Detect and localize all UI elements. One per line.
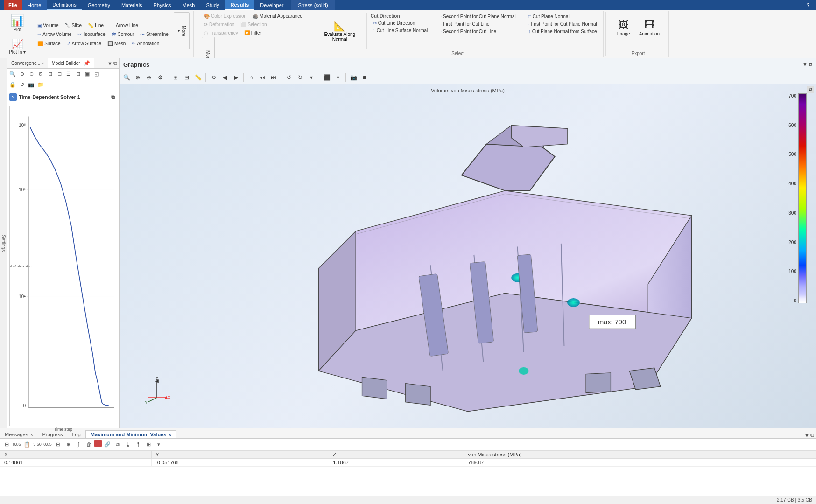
help-button[interactable]: ?: [804, 1, 812, 9]
streamline-btn[interactable]: 〜 Streamline: [138, 30, 171, 39]
btm-table-btn[interactable]: ⊞: [2, 440, 11, 449]
bottom-collapse-btn[interactable]: ▼: [804, 433, 809, 438]
plot-button[interactable]: 📊 Plot: [6, 12, 29, 35]
transparency-btn[interactable]: ◌ Transparency: [202, 29, 240, 36]
bottom-detach-btn[interactable]: ⧉: [810, 432, 814, 438]
results-tab[interactable]: Results: [225, 0, 255, 10]
btm-export-btn[interactable]: ⭱: [134, 440, 143, 449]
convergence-tab-close[interactable]: ×: [42, 61, 44, 66]
gfx-next[interactable]: ▶: [231, 72, 241, 83]
tree-collapse-btn[interactable]: ⊟: [55, 70, 63, 78]
viewport-expand-btn[interactable]: ⧉: [807, 86, 814, 93]
tree-expand-btn[interactable]: ⊞: [46, 70, 54, 78]
module-tab[interactable]: Stress (solid): [291, 0, 335, 10]
btm-import-btn[interactable]: ⭳: [123, 440, 133, 449]
volume-btn[interactable]: ▣ Volume: [35, 22, 61, 29]
cut-plane-normal-from-surface-btn[interactable]: ↑ Cut Plane Normal from Surface: [526, 28, 599, 35]
btm-copy-btn[interactable]: ⧉: [113, 440, 122, 449]
gfx-view-select[interactable]: ⬛: [322, 72, 332, 83]
btm-delete-btn[interactable]: 🗑: [84, 440, 93, 449]
contour-btn[interactable]: 🗺 Contour: [109, 31, 137, 38]
gfx-home[interactable]: ⌂: [246, 72, 256, 83]
file-tab[interactable]: File: [4, 0, 22, 10]
btm-curve-btn[interactable]: ∫: [74, 440, 83, 449]
deformation-btn[interactable]: ⟳ Deformation: [202, 21, 237, 28]
settings-btn[interactable]: ⚙: [36, 70, 45, 78]
second-pt-cut-line-btn[interactable]: · Second Point for Cut Line: [438, 28, 518, 35]
refresh-btn[interactable]: ↺: [18, 80, 26, 89]
gfx-view-dropdown[interactable]: ▾: [333, 72, 343, 83]
evaluate-along-normal-btn[interactable]: 📐 Evaluate Along Normal: [317, 12, 363, 50]
study-tab[interactable]: Study: [200, 0, 225, 10]
view-options-btn[interactable]: ◱: [92, 70, 101, 78]
model-builder-tab[interactable]: Model Builder 📌: [48, 58, 94, 68]
cut-line-direction-btn[interactable]: ✂ Cut Line Direction: [371, 20, 430, 27]
filter-btn[interactable]: 🔽 Filter: [242, 29, 264, 36]
arrow-line-btn[interactable]: → Arrow Line: [107, 22, 141, 29]
gfx-zoom-reset[interactable]: 🔍: [121, 72, 132, 83]
btm-085-btn[interactable]: 0.85: [43, 440, 52, 449]
gfx-grid[interactable]: ⊞: [170, 72, 181, 83]
physics-tab[interactable]: Physics: [148, 0, 177, 10]
annotation-btn[interactable]: ✏ Annotation: [129, 40, 162, 47]
gfx-settings[interactable]: ⚙: [155, 72, 165, 83]
gfx-first[interactable]: ⏮: [257, 72, 267, 83]
lock-btn[interactable]: 🔒: [8, 80, 17, 89]
zoom-in-btn[interactable]: ⊕: [18, 70, 26, 78]
btm-more-btn[interactable]: ▾: [154, 440, 163, 449]
settings-sidebar[interactable]: Settings: [0, 58, 7, 428]
more-plots-btn[interactable]: More ▾: [174, 12, 190, 49]
plot-in-button[interactable]: 📈 Plot In ▾: [6, 36, 29, 56]
btm-chain-btn[interactable]: 🔗: [103, 440, 112, 449]
first-pt-cut-plane-normal-btn[interactable]: · First Point for Cut Plane Normal: [526, 21, 599, 28]
gfx-refresh-arrow[interactable]: ↻: [295, 72, 305, 83]
home-tab[interactable]: Home: [22, 0, 47, 10]
materials-tab[interactable]: Materials: [116, 0, 148, 10]
gfx-dropdown[interactable]: ▾: [306, 72, 317, 83]
convergence-tab[interactable]: Convergenc... ×: [7, 58, 48, 68]
cut-plane-normal-btn[interactable]: □ Cut Plane Normal: [526, 13, 599, 20]
first-pt-cut-line-btn[interactable]: · First Point for Cut Line: [438, 21, 518, 28]
btm-select-btn[interactable]: ⊕: [63, 440, 73, 449]
animation-export-btn[interactable]: 🎞 Animation: [636, 17, 663, 45]
geometry-tab[interactable]: Geometry: [82, 0, 116, 10]
folder-btn[interactable]: 📁: [36, 80, 45, 89]
line-btn[interactable]: 📏 Line: [85, 22, 106, 29]
arrow-surface-btn[interactable]: ↗ Arrow Surface: [64, 40, 104, 47]
graphics-viewport[interactable]: Volume: von Mises stress (MPa): [120, 84, 816, 428]
mesh-btn[interactable]: 🔲 Mesh: [105, 40, 128, 47]
btm-red-btn[interactable]: [94, 440, 102, 447]
second-pt-cut-plane-normal-btn[interactable]: · Second Point for Cut Plane Normal: [438, 13, 518, 20]
gfx-zoom-in[interactable]: ⊕: [133, 72, 143, 83]
btm-85-btn[interactable]: 8.85: [12, 440, 21, 449]
definitions-tab[interactable]: Definitions: [47, 0, 82, 10]
panel-collapse-icon[interactable]: ▼: [802, 62, 808, 68]
list-view-btn[interactable]: ☰: [64, 70, 73, 78]
gfx-zoom-out[interactable]: ⊖: [144, 72, 154, 83]
grid-view-btn[interactable]: ⊞: [74, 70, 82, 78]
camera-btn[interactable]: 📷: [27, 80, 35, 89]
gfx-reset-view[interactable]: ⟲: [208, 72, 218, 83]
btm-table2-btn[interactable]: 📋: [22, 440, 32, 449]
gfx-record[interactable]: ⏺: [359, 72, 370, 83]
arrow-volume-btn[interactable]: ⇒ Arrow Volume: [35, 31, 74, 38]
developer-tab[interactable]: Developer: [254, 0, 289, 10]
zoom-reset-btn[interactable]: 🔍: [8, 70, 17, 78]
gfx-last[interactable]: ⏭: [268, 72, 279, 83]
solver-expand-btn[interactable]: ⧉: [109, 93, 117, 101]
zoom-out-btn[interactable]: ⊖: [27, 70, 35, 78]
btm-grid-btn[interactable]: ⊟: [53, 440, 63, 449]
messages-tab-close[interactable]: ×: [30, 433, 33, 437]
gfx-refresh[interactable]: ↺: [284, 72, 294, 83]
gfx-snap[interactable]: ⊟: [182, 72, 192, 83]
panel-btn[interactable]: ▣: [83, 70, 91, 78]
isosurface-btn[interactable]: 〰 Isosurface: [75, 31, 107, 38]
gfx-previous[interactable]: ◀: [219, 72, 230, 83]
image-export-btn[interactable]: 🖼 Image: [613, 17, 634, 45]
btm-350-btn[interactable]: 3.50: [33, 440, 42, 449]
panel-collapse-btn[interactable]: ▼: [107, 61, 113, 66]
gfx-screenshot[interactable]: 📷: [348, 72, 359, 83]
panel-detach-icon[interactable]: ⧉: [809, 62, 812, 68]
color-expression-btn[interactable]: 🎨 Color Expression: [202, 13, 249, 20]
selection-btn[interactable]: ⬜ Selection: [238, 21, 269, 28]
